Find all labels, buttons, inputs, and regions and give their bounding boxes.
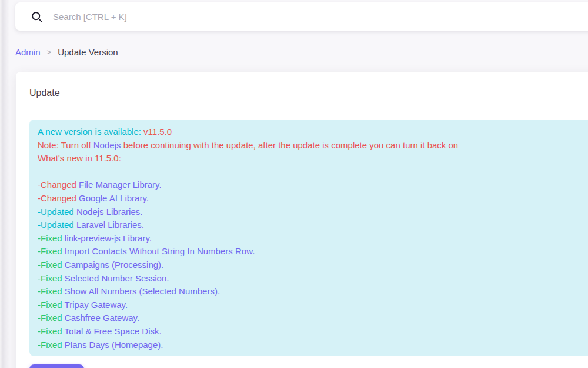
card-title: Update <box>29 86 588 100</box>
alert-line: -Changed Google AI Library. <box>38 192 582 205</box>
alert-line: -Changed File Manager Library. <box>38 178 582 192</box>
alert-segment: -Fixed <box>38 273 62 283</box>
alert-segment: link-preview-js Library. <box>62 233 152 243</box>
breadcrumb-current-page: Update Version <box>58 48 118 57</box>
alert-segment: before continuing with the update, after… <box>121 140 458 150</box>
alert-line: -Fixed Import Contacts Without String In… <box>38 245 582 258</box>
alert-segment: -Fixed <box>38 246 62 256</box>
alert-segment: A new version is available: <box>38 127 143 137</box>
alert-segment: v11.5.0 <box>143 127 172 137</box>
alert-segment: -Updated <box>38 207 74 217</box>
alert-segment: Laravel Libraries. <box>74 220 144 230</box>
search-bar[interactable] <box>15 2 588 31</box>
alert-segment: -Fixed <box>38 326 62 336</box>
alert-line: -Fixed Tripay Gateway. <box>38 299 582 312</box>
update-card: Update A new version is available: v11.5… <box>16 72 588 368</box>
alert-line: A new version is available: v11.5.0 <box>38 125 582 139</box>
alert-segment: -Fixed <box>38 313 62 323</box>
alert-line: -Fixed Campaigns (Processing). <box>38 258 582 272</box>
alert-segment: Nodejs Libraries. <box>74 207 143 217</box>
alert-segment: Tripay Gateway. <box>62 300 128 310</box>
alert-line: -Updated Nodejs Libraries. <box>38 205 582 219</box>
breadcrumb: Admin > Update Version <box>15 48 118 57</box>
alert-line: -Fixed Selected Number Session. <box>38 272 582 286</box>
alert-line: -Fixed Show All Numbers (Selected Number… <box>38 285 582 299</box>
alert-segment: -Updated <box>38 220 74 230</box>
breadcrumb-admin-link[interactable]: Admin <box>15 48 41 57</box>
update-button[interactable] <box>29 364 84 368</box>
alert-segment: Cashfree Gateway. <box>62 313 139 323</box>
alert-segment: -Changed <box>38 193 76 203</box>
alert-segment: Show All Numbers (Selected Numbers). <box>62 286 220 296</box>
alert-line: -Updated Laravel Libraries. <box>38 218 582 232</box>
alert-segment: -Fixed <box>38 260 62 270</box>
alert-segment: -Changed <box>38 180 76 190</box>
alert-segment: File Manager Library. <box>76 180 162 190</box>
alert-segment: -Fixed <box>38 233 62 243</box>
alert-segment: Nodejs <box>93 140 121 150</box>
alert-line: Note: Turn off Nodejs before continuing … <box>38 139 582 152</box>
search-icon <box>31 11 43 23</box>
alert-line: -Fixed link-preview-js Library. <box>38 232 582 246</box>
alert-segment: -Fixed <box>38 286 62 296</box>
alert-segment: -Fixed <box>38 300 62 310</box>
alert-segment: Selected Number Session. <box>62 273 169 283</box>
alert-segment: Note: Turn off <box>38 140 93 150</box>
alert-segment: Plans Days (Homepage). <box>62 340 163 350</box>
alert-line <box>38 165 582 179</box>
alert-line: -Fixed Total & Free Space Disk. <box>38 325 582 339</box>
alert-segment: Campaigns (Processing). <box>62 260 164 270</box>
alert-segment: What's new in 11.5.0: <box>38 153 121 163</box>
alert-segment: Import Contacts Without String In Number… <box>62 246 255 256</box>
alert-segment: Google AI Library. <box>76 193 149 203</box>
alert-line: What's new in 11.5.0: <box>38 152 582 165</box>
chevron-right-icon: > <box>47 48 52 57</box>
alert-segment: -Fixed <box>38 340 62 350</box>
sidebar-edge-shadow <box>0 0 9 368</box>
alert-line: -Fixed Plans Days (Homepage). <box>38 339 582 352</box>
update-changelog-alert: A new version is available: v11.5.0Note:… <box>29 120 588 356</box>
search-input[interactable] <box>52 11 466 22</box>
alert-line: -Fixed Cashfree Gateway. <box>38 311 582 325</box>
alert-segment: Total & Free Space Disk. <box>62 326 162 336</box>
